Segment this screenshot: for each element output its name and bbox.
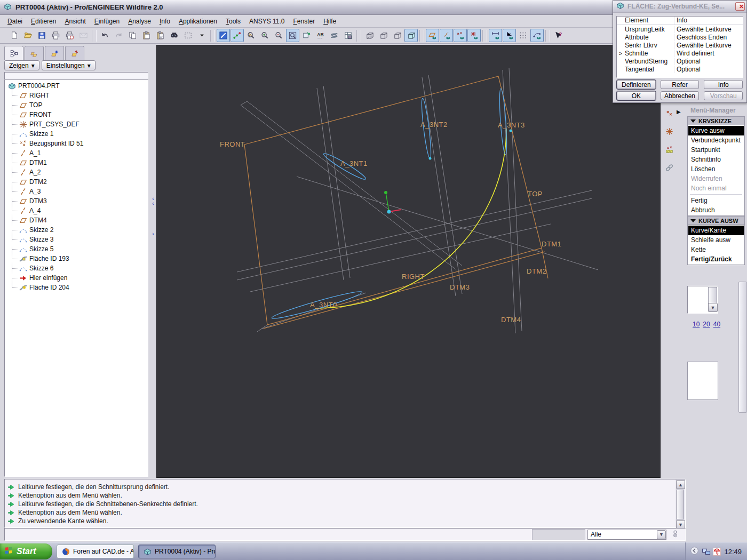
save-button[interactable] (35, 29, 49, 42)
cad-viewport[interactable]: FRONTA_3NT1A_3NT2A_3NT3TOPDTM1DTM2RIGHTD… (156, 45, 661, 478)
shaded-display-button[interactable] (404, 29, 418, 42)
chain-tool-icon[interactable] (663, 161, 676, 174)
csys-display-toggle[interactable] (467, 29, 481, 42)
tree-item[interactable]: Skizze 3 (5, 235, 148, 244)
spline-tool-button[interactable] (231, 29, 244, 42)
flyout-arrow-icon[interactable]: ▶ (677, 109, 681, 115)
zoom-in-button[interactable] (258, 29, 272, 42)
definieren-button[interactable]: Definieren (617, 80, 656, 89)
scrollbar-thumb[interactable] (676, 490, 684, 519)
menu-section-header[interactable]: KRVSKIZZE (687, 116, 745, 125)
rename-button[interactable]: AB (314, 29, 327, 42)
datum-axis-display-toggle[interactable] (440, 29, 453, 42)
start-button[interactable]: Start (0, 543, 52, 559)
no-hidden-display-button[interactable] (391, 29, 404, 42)
dialog-element-row[interactable]: UrsprungLeitkGewählte Leitkurve (617, 25, 743, 33)
menu-item-kurve-ausw[interactable]: Kurve ausw (688, 126, 744, 135)
paste-special-button[interactable] (154, 29, 167, 42)
menu-einf-gen[interactable]: Einfügen (90, 16, 124, 27)
layers-button[interactable] (328, 29, 341, 42)
print-note-button[interactable] (63, 29, 76, 42)
vorschau-button[interactable]: Vorschau (704, 91, 743, 100)
result-count-link-10[interactable]: 10 (693, 321, 700, 328)
dialog-element-row[interactable]: Senkr LtkrvGewählte Leitkurve (617, 41, 743, 49)
result-count-link-20[interactable]: 20 (703, 321, 710, 328)
tab-model-tree[interactable] (4, 46, 23, 60)
filter-icon[interactable] (671, 529, 680, 540)
left-sash-handle[interactable]: ‹‹ (150, 196, 156, 206)
menu-ansys-11-0[interactable]: ANSYS 11.0 (245, 16, 289, 27)
network-icon[interactable] (702, 547, 711, 556)
cad-label-dtm1[interactable]: DTM1 (542, 240, 561, 248)
menu-item-schnittinfo[interactable]: Schnittinfo (688, 155, 744, 164)
selection-dropdown[interactable] (195, 29, 209, 42)
refer-button[interactable]: Refer (661, 80, 700, 89)
dialog-element-row[interactable]: >SchnitteWird definiert (617, 49, 743, 57)
copy-button[interactable] (126, 29, 139, 42)
menu-analyse[interactable]: Analyse (124, 16, 155, 27)
tab-favorites[interactable] (45, 46, 64, 60)
point-display-toggle[interactable] (454, 29, 467, 42)
menu-editieren[interactable]: Editieren (27, 16, 60, 27)
reorient-button[interactable] (300, 29, 313, 42)
cad-label-right[interactable]: RIGHT (402, 273, 425, 281)
abbrechen-button[interactable]: Abbrechen (661, 91, 700, 100)
tree-item[interactable]: DTM4 (5, 215, 148, 225)
grid-display-toggle[interactable] (516, 29, 530, 42)
find-button[interactable] (168, 29, 181, 42)
menu-item-fertig-zur-ck[interactable]: Fertig/Zurück (688, 254, 744, 264)
dialog-element-row[interactable]: VerbundSterngOptional (617, 57, 743, 65)
cad-label-dtm3[interactable]: DTM3 (450, 283, 470, 291)
tree-item[interactable]: Fläche ID 204 (5, 283, 148, 292)
datum-point-tool-icon[interactable] (663, 107, 676, 120)
constraint-display-toggle[interactable] (503, 29, 516, 42)
tree-item[interactable]: FRONT (5, 110, 148, 119)
cad-label-a_3nt0[interactable]: A_3NT0 (310, 301, 337, 309)
ok-button[interactable]: OK (617, 91, 656, 100)
zoom-window-button[interactable] (286, 29, 299, 42)
zoom-refit-button[interactable] (244, 29, 258, 42)
dimension-display-toggle[interactable] (489, 29, 502, 42)
tab-connections[interactable] (65, 46, 84, 60)
tree-item[interactable]: Skizze 5 (5, 244, 148, 254)
dialog-element-row[interactable]: TangentialOptional (617, 65, 743, 73)
menu-section-header[interactable]: KURVE AUSW (687, 216, 745, 225)
tree-item[interactable]: DTM3 (5, 196, 148, 206)
scrollbar-thumb[interactable] (708, 287, 717, 304)
tree-item[interactable]: Hier einfügen (5, 273, 148, 283)
tree-item[interactable]: PRT0004.PRT (5, 81, 148, 91)
spline-display-toggle[interactable] (530, 29, 544, 42)
menu-applikationen[interactable]: Applikationen (174, 16, 221, 27)
result-count-link-40[interactable]: 40 (713, 321, 720, 328)
cad-label-a_3nt2[interactable]: A_3NT2 (420, 121, 448, 129)
datum-filter-toggle[interactable] (217, 29, 230, 42)
hidden-line-display-button[interactable] (377, 29, 390, 42)
selection-box-button[interactable] (181, 29, 195, 42)
scroll-down-button[interactable]: ▼ (708, 303, 718, 312)
new-file-button[interactable] (7, 29, 21, 42)
datum-csys-tool-icon[interactable] (663, 125, 676, 138)
menu-item-abbruch[interactable]: Abbruch (688, 205, 744, 215)
antivirus-icon[interactable] (712, 547, 721, 556)
zoom-out-button[interactable] (272, 29, 285, 42)
cad-label-dtm4[interactable]: DTM4 (501, 316, 521, 324)
tree-item[interactable]: RIGHT (5, 91, 148, 100)
selection-filter-combo[interactable]: Alle ▼ (587, 530, 666, 540)
tree-item[interactable]: Fläche ID 193 (5, 254, 148, 263)
scroll-up-button[interactable]: ▲ (676, 480, 685, 489)
tab-folder-browser[interactable] (25, 46, 44, 60)
left-sash-expand[interactable]: › (150, 231, 156, 236)
context-help-button[interactable]: ? (552, 29, 565, 42)
cad-label-front[interactable]: FRONT (220, 140, 245, 148)
cad-label-a_3nt1[interactable]: A_3NT1 (340, 159, 368, 167)
menu-item-schleife-ausw[interactable]: Schleife ausw (688, 235, 744, 245)
paste-button[interactable] (140, 29, 153, 42)
menu-fenster[interactable]: Fenster (289, 16, 319, 27)
tray-chevron-icon[interactable] (690, 546, 699, 557)
tree-item[interactable]: PRT_CSYS_DEF (5, 119, 148, 129)
tree-item[interactable]: Bezugspunkt ID 51 (5, 139, 148, 148)
show-dropdown-button[interactable]: Zeigen ▾ (4, 60, 39, 70)
open-button[interactable] (21, 29, 35, 42)
tree-item[interactable]: DTM2 (5, 177, 148, 187)
menu-ansicht[interactable]: Ansicht (60, 16, 90, 27)
